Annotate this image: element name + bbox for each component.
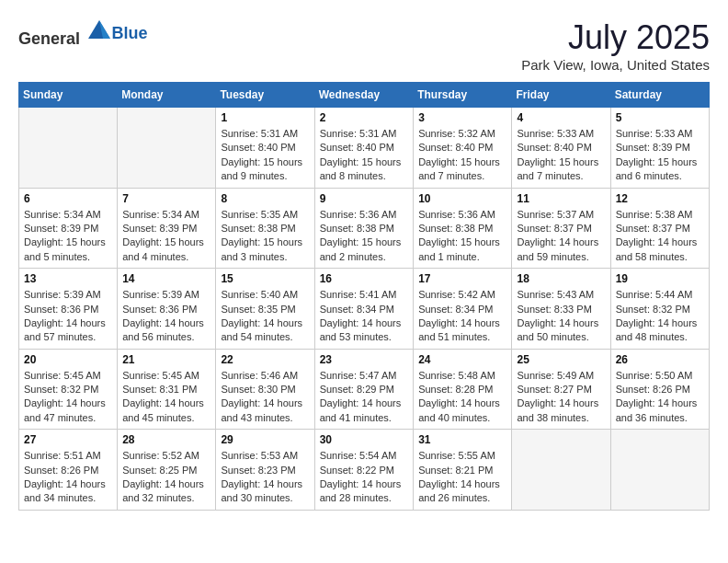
day-info: Sunrise: 5:36 AMSunset: 8:38 PMDaylight:… [320, 208, 409, 265]
sunset-text: Sunset: 8:38 PM [221, 223, 295, 234]
sunset-text: Sunset: 8:35 PM [221, 304, 295, 315]
week-row-3: 13Sunrise: 5:39 AMSunset: 8:36 PMDayligh… [19, 269, 710, 350]
logo-blue-line: Blue [112, 24, 148, 43]
day-number: 6 [24, 192, 112, 205]
sunrise-text: Sunrise: 5:35 AM [221, 209, 298, 220]
day-number: 27 [24, 433, 112, 446]
day-number: 12 [616, 192, 704, 205]
calendar-cell: 29Sunrise: 5:53 AMSunset: 8:23 PMDayligh… [216, 430, 314, 511]
daylight-text: Daylight: 14 hours and 32 minutes. [122, 478, 204, 503]
day-info: Sunrise: 5:49 AMSunset: 8:27 PMDaylight:… [517, 369, 605, 426]
subtitle: Park View, Iowa, United States [521, 57, 710, 73]
day-number: 24 [418, 353, 506, 366]
daylight-text: Daylight: 14 hours and 30 minutes. [221, 478, 302, 503]
day-info: Sunrise: 5:47 AMSunset: 8:29 PMDaylight:… [320, 369, 409, 426]
sunrise-text: Sunrise: 5:34 AM [24, 209, 101, 220]
day-info: Sunrise: 5:43 AMSunset: 8:33 PMDaylight:… [517, 288, 605, 345]
calendar-cell: 11Sunrise: 5:37 AMSunset: 8:37 PMDayligh… [512, 188, 610, 269]
daylight-text: Daylight: 14 hours and 51 minutes. [418, 317, 500, 342]
calendar-cell: 22Sunrise: 5:46 AMSunset: 8:30 PMDayligh… [216, 349, 314, 430]
sunrise-text: Sunrise: 5:40 AM [221, 289, 298, 300]
sunrise-text: Sunrise: 5:31 AM [221, 128, 298, 139]
day-number: 8 [221, 192, 309, 205]
day-info: Sunrise: 5:39 AMSunset: 8:36 PMDaylight:… [24, 288, 112, 345]
sunset-text: Sunset: 8:34 PM [320, 304, 394, 315]
sunset-text: Sunset: 8:34 PM [418, 304, 493, 315]
calendar-cell: 4Sunrise: 5:33 AMSunset: 8:40 PMDaylight… [512, 108, 610, 189]
sunset-text: Sunset: 8:36 PM [24, 304, 98, 315]
day-number: 23 [320, 353, 409, 366]
sunrise-text: Sunrise: 5:32 AM [418, 128, 495, 139]
calendar-cell: 15Sunrise: 5:40 AMSunset: 8:35 PMDayligh… [216, 269, 314, 350]
calendar-cell: 1Sunrise: 5:31 AMSunset: 8:40 PMDaylight… [216, 108, 314, 189]
daylight-text: Daylight: 14 hours and 48 minutes. [616, 317, 698, 342]
sunrise-text: Sunrise: 5:39 AM [24, 289, 101, 300]
day-info: Sunrise: 5:46 AMSunset: 8:30 PMDaylight:… [221, 369, 309, 426]
sunset-text: Sunset: 8:39 PM [616, 142, 690, 153]
calendar-cell: 23Sunrise: 5:47 AMSunset: 8:29 PMDayligh… [314, 349, 414, 430]
header-wednesday: Wednesday [314, 83, 414, 108]
sunrise-text: Sunrise: 5:38 AM [616, 209, 693, 220]
day-info: Sunrise: 5:41 AMSunset: 8:34 PMDaylight:… [320, 288, 409, 345]
sunset-text: Sunset: 8:40 PM [320, 142, 394, 153]
sunset-text: Sunset: 8:21 PM [418, 465, 493, 476]
calendar-cell: 27Sunrise: 5:51 AMSunset: 8:26 PMDayligh… [19, 430, 118, 511]
daylight-text: Daylight: 14 hours and 50 minutes. [517, 317, 598, 342]
sunrise-text: Sunrise: 5:31 AM [320, 128, 397, 139]
header-monday: Monday [118, 83, 216, 108]
daylight-text: Daylight: 15 hours and 1 minute. [418, 236, 500, 261]
day-number: 26 [616, 353, 704, 366]
calendar-cell: 28Sunrise: 5:52 AMSunset: 8:25 PMDayligh… [118, 430, 216, 511]
main-title: July 2025 [521, 18, 710, 57]
daylight-text: Daylight: 14 hours and 45 minutes. [122, 397, 204, 422]
calendar-cell: 16Sunrise: 5:41 AMSunset: 8:34 PMDayligh… [314, 269, 414, 350]
header-friday: Friday [512, 83, 610, 108]
daylight-text: Daylight: 14 hours and 28 minutes. [320, 478, 402, 503]
daylight-text: Daylight: 15 hours and 4 minutes. [122, 236, 204, 261]
calendar-cell: 26Sunrise: 5:50 AMSunset: 8:26 PMDayligh… [610, 349, 709, 430]
day-info: Sunrise: 5:36 AMSunset: 8:38 PMDaylight:… [418, 208, 506, 265]
day-number: 5 [616, 111, 704, 124]
sunset-text: Sunset: 8:30 PM [221, 384, 295, 395]
sunset-text: Sunset: 8:38 PM [320, 223, 394, 234]
day-number: 14 [122, 272, 210, 285]
sunrise-text: Sunrise: 5:55 AM [418, 450, 495, 461]
sunrise-text: Sunrise: 5:33 AM [517, 128, 594, 139]
sunset-text: Sunset: 8:40 PM [221, 142, 295, 153]
day-info: Sunrise: 5:55 AMSunset: 8:21 PMDaylight:… [418, 449, 506, 506]
daylight-text: Daylight: 15 hours and 3 minutes. [221, 236, 302, 261]
title-block: July 2025 Park View, Iowa, United States [521, 18, 710, 73]
sunset-text: Sunset: 8:22 PM [320, 465, 394, 476]
day-number: 19 [616, 272, 704, 285]
day-info: Sunrise: 5:48 AMSunset: 8:28 PMDaylight:… [418, 369, 506, 426]
calendar-cell: 21Sunrise: 5:45 AMSunset: 8:31 PMDayligh… [118, 349, 216, 430]
header-thursday: Thursday [414, 83, 512, 108]
sunset-text: Sunset: 8:38 PM [418, 223, 493, 234]
day-info: Sunrise: 5:50 AMSunset: 8:26 PMDaylight:… [616, 369, 704, 426]
calendar-cell: 10Sunrise: 5:36 AMSunset: 8:38 PMDayligh… [414, 188, 512, 269]
day-number: 30 [320, 433, 409, 446]
daylight-text: Daylight: 15 hours and 5 minutes. [24, 236, 106, 261]
daylight-text: Daylight: 14 hours and 26 minutes. [418, 478, 500, 503]
daylight-text: Daylight: 14 hours and 58 minutes. [616, 236, 698, 261]
day-info: Sunrise: 5:54 AMSunset: 8:22 PMDaylight:… [320, 449, 409, 506]
calendar-cell [512, 430, 610, 511]
sunrise-text: Sunrise: 5:45 AM [24, 370, 101, 381]
day-number: 18 [517, 272, 605, 285]
daylight-text: Daylight: 14 hours and 57 minutes. [24, 317, 106, 342]
logo-blue: Blue [112, 24, 148, 42]
sunset-text: Sunset: 8:28 PM [418, 384, 493, 395]
daylight-text: Daylight: 15 hours and 6 minutes. [616, 156, 698, 181]
calendar-cell: 7Sunrise: 5:34 AMSunset: 8:39 PMDaylight… [118, 188, 216, 269]
day-info: Sunrise: 5:53 AMSunset: 8:23 PMDaylight:… [221, 449, 309, 506]
sunset-text: Sunset: 8:37 PM [616, 223, 690, 234]
sunset-text: Sunset: 8:25 PM [122, 465, 197, 476]
daylight-text: Daylight: 14 hours and 43 minutes. [221, 397, 302, 422]
calendar-cell: 12Sunrise: 5:38 AMSunset: 8:37 PMDayligh… [610, 188, 709, 269]
sunrise-text: Sunrise: 5:50 AM [616, 370, 693, 381]
day-number: 25 [517, 353, 605, 366]
day-info: Sunrise: 5:45 AMSunset: 8:32 PMDaylight:… [24, 369, 112, 426]
day-info: Sunrise: 5:44 AMSunset: 8:32 PMDaylight:… [616, 288, 704, 345]
calendar-cell: 20Sunrise: 5:45 AMSunset: 8:32 PMDayligh… [19, 349, 118, 430]
week-row-1: 1Sunrise: 5:31 AMSunset: 8:40 PMDaylight… [19, 108, 710, 189]
